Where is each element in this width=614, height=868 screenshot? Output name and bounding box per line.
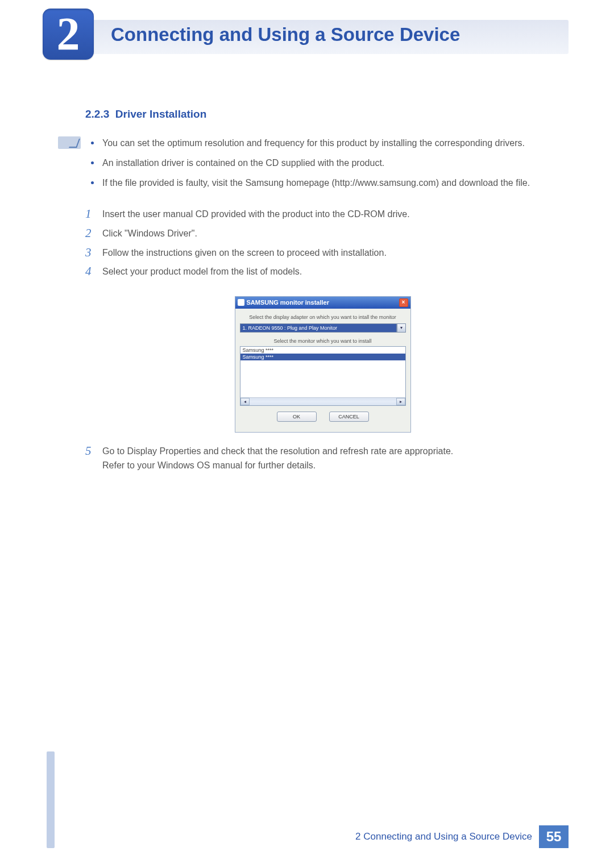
step-5: 5 Go to Display Properties and check tha… [85,444,560,473]
step-text: Click "Windows Driver". [102,226,560,241]
adapter-label: Select the display adapter on which you … [240,314,406,320]
page-content: 2.2.3 Driver Installation You can set th… [85,108,560,477]
note-item: You can set the optimum resolution and f… [102,136,560,151]
close-icon[interactable]: × [399,298,408,307]
monitor-list[interactable]: Samsung **** Samsung **** ◂ ▸ [240,346,406,406]
step-number: 4 [85,264,102,279]
step-text-line: Refer to your Windows OS manual for furt… [102,460,316,470]
step-text: Follow the instructions given on the scr… [102,246,560,260]
dialog-buttons: OK CANCEL [240,406,406,427]
section-title: Driver Installation [115,108,207,120]
adapter-select[interactable]: 1. RADEON 9550 : Plug and Play Monitor ▾ [240,323,406,333]
step-1: 1 Insert the user manual CD provided wit… [85,207,560,222]
step-number: 2 [85,226,102,241]
step-4: 4 Select your product model from the lis… [85,264,560,279]
steps-list: 1 Insert the user manual CD provided wit… [85,207,560,279]
cancel-button[interactable]: CANCEL [329,412,369,422]
step-number: 5 [85,444,102,473]
monitor-label: Select the monitor which you want to ins… [240,338,406,344]
adapter-select-value: 1. RADEON 9550 : Plug and Play Monitor [240,323,397,333]
step-2: 2 Click "Windows Driver". [85,226,560,241]
chapter-title: Connecting and Using a Source Device [111,24,460,45]
note-item: An installation driver is contained on t… [102,156,560,171]
dialog-body: Select the display adapter on which you … [235,309,410,432]
scroll-left-icon[interactable]: ◂ [240,398,250,405]
side-tab [47,751,55,848]
installer-dialog-figure: SAMSUNG monitor installer × Select the d… [85,296,560,433]
page-number: 55 [539,825,569,848]
step-text: Insert the user manual CD provided with … [102,207,560,222]
ok-button[interactable]: OK [277,412,317,422]
chevron-down-icon[interactable]: ▾ [397,323,406,333]
section-heading: 2.2.3 Driver Installation [85,108,560,121]
installer-dialog: SAMSUNG monitor installer × Select the d… [235,296,411,433]
note-list: You can set the optimum resolution and f… [85,136,560,196]
list-item[interactable]: Samsung **** [240,354,405,360]
chapter-number-badge: 2 [43,9,94,60]
note-item: If the file provided is faulty, visit th… [102,176,560,190]
steps-list-continued: 5 Go to Display Properties and check tha… [85,444,560,473]
step-3: 3 Follow the instructions given on the s… [85,246,560,260]
footer-chapter-label: 2 Connecting and Using a Source Device [355,831,539,842]
step-number: 3 [85,246,102,260]
step-text: Go to Display Properties and check that … [102,444,560,473]
step-text-line: Go to Display Properties and check that … [102,446,453,456]
horizontal-scrollbar[interactable]: ◂ ▸ [240,397,405,405]
note-icon [58,136,81,149]
dialog-title: SAMSUNG monitor installer [247,299,329,306]
dialog-titlebar: SAMSUNG monitor installer × [235,297,410,309]
step-number: 1 [85,207,102,222]
note-block: You can set the optimum resolution and f… [85,136,560,196]
list-item[interactable]: Samsung **** [240,347,405,354]
page-footer: 2 Connecting and Using a Source Device 5… [355,825,569,848]
scroll-track[interactable] [250,398,396,405]
section-number: 2.2.3 [85,108,109,120]
step-text: Select your product model from the list … [102,264,560,279]
scroll-right-icon[interactable]: ▸ [396,398,405,405]
app-icon [238,299,244,306]
